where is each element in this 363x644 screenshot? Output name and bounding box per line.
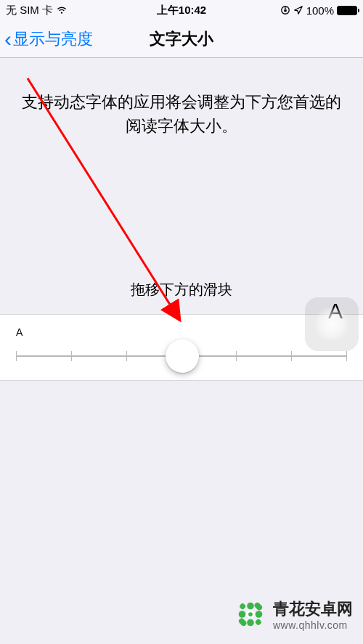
slider-tick	[346, 351, 347, 361]
svg-rect-9	[239, 603, 247, 611]
assistive-touch-button[interactable]	[305, 297, 359, 351]
status-time: 上午10:42	[0, 4, 363, 17]
svg-rect-7	[253, 601, 264, 611]
svg-point-5	[247, 619, 254, 627]
slider-tick	[16, 351, 17, 361]
slider-tick	[236, 351, 237, 361]
svg-point-12	[248, 612, 253, 616]
slider-instruction: 拖移下方的滑块	[0, 280, 363, 300]
watermark-title: 青花安卓网	[273, 600, 353, 619]
watermark-logo-icon	[234, 598, 267, 634]
small-a-label: A	[16, 326, 23, 338]
watermark-url: www.qhhlv.com	[273, 619, 353, 632]
slider-tick	[291, 351, 292, 361]
chevron-left-icon: ‹	[4, 28, 12, 50]
svg-point-3	[247, 603, 254, 610]
back-button[interactable]: ‹ 显示与亮度	[0, 28, 93, 50]
slider-tick	[71, 351, 72, 361]
svg-point-6	[239, 611, 246, 618]
svg-point-4	[256, 611, 263, 618]
nav-bar: ‹ 显示与亮度 文字大小	[0, 20, 363, 58]
slider-tick	[126, 351, 127, 361]
status-bar: 无 SIM 卡 上午10:42 100%	[0, 0, 363, 20]
svg-rect-10	[254, 618, 262, 626]
watermark: 青花安卓网 www.qhhlv.com	[234, 598, 353, 634]
slider-thumb[interactable]	[166, 339, 199, 373]
svg-rect-8	[237, 617, 248, 627]
watermark-text: 青花安卓网 www.qhhlv.com	[273, 600, 353, 631]
battery-icon	[337, 6, 357, 15]
assistive-touch-inner-icon	[314, 307, 349, 342]
back-label: 显示与亮度	[13, 28, 93, 50]
description-text: 支持动态字体的应用将会调整为下方您首选的阅读字体大小。	[0, 90, 363, 138]
